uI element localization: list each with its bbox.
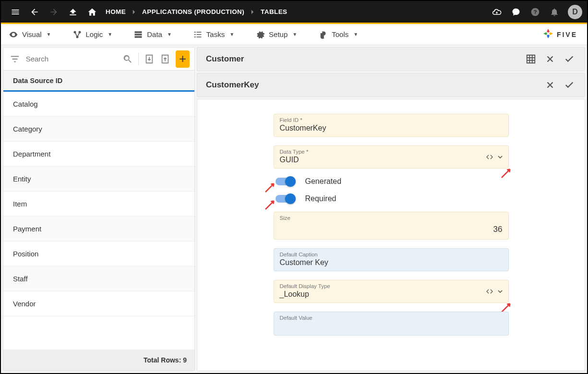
search-input[interactable] xyxy=(24,53,119,65)
panel-title-2: CustomerKey xyxy=(203,80,540,90)
menu-logic-label: Logic xyxy=(86,30,103,38)
menu-tasks-label: Tasks xyxy=(206,30,225,38)
menu-icon[interactable] xyxy=(6,2,25,22)
column-header[interactable]: Data Source ID xyxy=(3,71,194,92)
breadcrumb-apps[interactable]: APPLICATIONS (PRODUCTION) xyxy=(138,8,248,15)
footer-label: Total Rows: xyxy=(144,356,181,364)
generated-label: Generated xyxy=(305,177,342,186)
size-value: 36 xyxy=(280,222,503,235)
svg-text:?: ? xyxy=(533,9,537,15)
size-label: Size xyxy=(280,215,503,221)
default-value-value xyxy=(280,322,503,331)
check-icon[interactable] xyxy=(560,54,579,64)
main-panel: Customer CustomerKey Field ID * Customer… xyxy=(197,47,585,371)
grid-icon[interactable] xyxy=(521,54,540,64)
code-icon[interactable] xyxy=(486,153,493,161)
menu-visual-label: Visual xyxy=(22,30,42,38)
caption-field[interactable]: Default Caption Customer Key xyxy=(274,248,509,271)
chevron-down-icon[interactable] xyxy=(496,288,504,295)
breadcrumb-tables[interactable]: TABLES xyxy=(257,8,291,15)
list-item[interactable]: Item xyxy=(3,192,194,217)
footer-count: 9 xyxy=(183,356,187,364)
menu-logic[interactable]: Logic▼ xyxy=(69,27,117,42)
menu-visual[interactable]: Visual▼ xyxy=(5,27,55,42)
display-type-value: _Lookup xyxy=(280,290,503,299)
panel-title-1: Customer xyxy=(203,54,521,64)
required-toggle-row: Required xyxy=(274,194,509,203)
caption-label: Default Caption xyxy=(280,252,503,257)
list-footer: Total Rows: 9 xyxy=(3,350,194,371)
brand-logo: FIVE xyxy=(542,28,583,41)
back-icon[interactable] xyxy=(25,2,44,22)
panel-header-1: Customer xyxy=(197,47,585,71)
field-id[interactable]: Field ID * CustomerKey xyxy=(274,114,509,137)
menu-setup-label: Setup xyxy=(269,30,288,38)
caption-value: Customer Key xyxy=(280,258,503,267)
filter-icon[interactable] xyxy=(8,54,22,64)
upload-icon[interactable] xyxy=(158,54,172,64)
generated-toggle-row: Generated xyxy=(274,177,509,186)
list-item[interactable]: Payment xyxy=(3,217,194,241)
code-icon[interactable] xyxy=(486,288,493,295)
data-type-label: Data Type * xyxy=(280,149,503,155)
default-value-label: Default Value xyxy=(280,315,503,321)
menu-setup[interactable]: Setup▼ xyxy=(252,27,301,42)
list-item[interactable]: Entity xyxy=(3,167,194,192)
brand-text: FIVE xyxy=(557,31,577,38)
display-type-field[interactable]: Default Display Type _Lookup xyxy=(274,280,509,303)
menu-tasks[interactable]: Tasks▼ xyxy=(189,27,238,42)
size-field[interactable]: Size 36 xyxy=(274,212,509,240)
data-type-field[interactable]: Data Type * GUID xyxy=(274,145,509,169)
list-item[interactable]: Vendor xyxy=(3,291,194,316)
sidebar: + Data Source ID Catalog Category Depart… xyxy=(3,47,195,371)
search-icon[interactable] xyxy=(121,54,135,64)
download-icon[interactable] xyxy=(143,54,156,64)
breadcrumb-home[interactable]: HOME xyxy=(102,8,130,15)
required-toggle[interactable] xyxy=(276,195,295,203)
list: Catalog Category Department Entity Item … xyxy=(3,92,194,350)
menu-tools-label: Tools xyxy=(332,30,348,38)
chevron-right-icon xyxy=(248,7,257,17)
display-type-label: Default Display Type xyxy=(280,283,503,289)
close-icon[interactable] xyxy=(540,54,560,64)
list-item[interactable]: Category xyxy=(3,117,194,142)
field-id-label: Field ID * xyxy=(280,117,503,123)
chat-icon[interactable] xyxy=(506,2,526,22)
cloud-sync-icon[interactable] xyxy=(487,2,506,22)
required-label: Required xyxy=(305,194,336,203)
list-item[interactable]: Department xyxy=(3,142,194,167)
data-type-value: GUID xyxy=(280,156,503,164)
menu-data-label: Data xyxy=(147,30,162,38)
add-button[interactable]: + xyxy=(176,50,190,68)
avatar[interactable]: D xyxy=(568,5,582,19)
default-value-field[interactable]: Default Value xyxy=(274,312,509,336)
up-icon[interactable] xyxy=(63,2,83,22)
help-icon[interactable]: ? xyxy=(526,2,545,22)
list-item[interactable]: Catalog xyxy=(3,92,194,117)
field-id-value: CustomerKey xyxy=(280,124,503,133)
menu-bar: Visual▼ Logic▼ Data▼ Tasks▼ Setup▼ Tools… xyxy=(1,24,587,45)
form-body: Field ID * CustomerKey Data Type * GUID xyxy=(197,99,585,371)
forward-icon xyxy=(44,2,63,22)
list-item[interactable]: Staff xyxy=(3,266,194,291)
top-bar: HOME APPLICATIONS (PRODUCTION) TABLES ? … xyxy=(1,1,587,24)
home-icon[interactable] xyxy=(83,2,102,22)
generated-toggle[interactable] xyxy=(276,178,295,185)
menu-data[interactable]: Data▼ xyxy=(130,27,176,42)
check-icon[interactable] xyxy=(560,80,579,90)
list-item[interactable]: Position xyxy=(3,241,194,266)
bell-icon[interactable] xyxy=(545,2,564,22)
chevron-down-icon[interactable] xyxy=(496,153,504,161)
menu-tools[interactable]: Tools▼ xyxy=(314,27,362,42)
close-icon[interactable] xyxy=(540,80,560,90)
panel-header-2: CustomerKey xyxy=(197,73,585,97)
chevron-right-icon xyxy=(130,7,138,17)
